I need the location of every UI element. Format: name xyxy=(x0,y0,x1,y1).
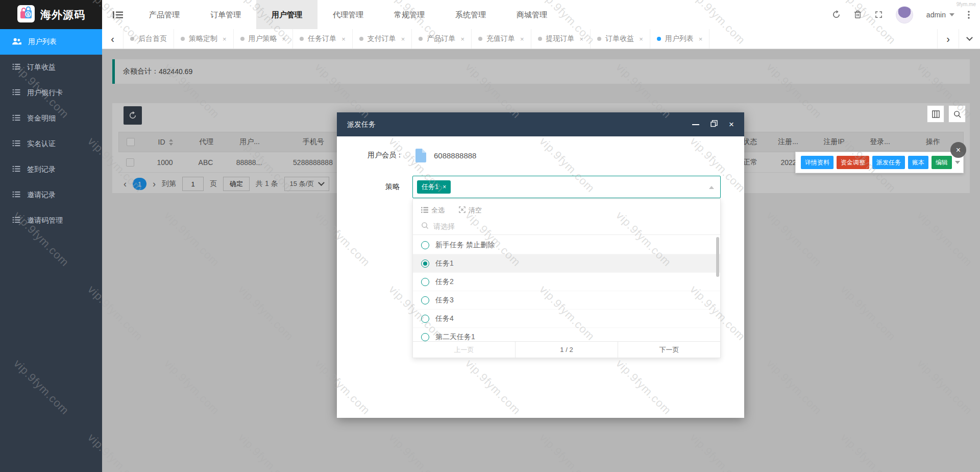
tab-close-icon[interactable]: × xyxy=(282,35,286,43)
user-menu[interactable]: admin xyxy=(926,11,954,19)
select-all-action[interactable]: 全选 xyxy=(421,206,445,215)
brand-logo[interactable]: $ 海外源码 xyxy=(0,0,102,29)
dropdown-prev-page[interactable]: 上一页 xyxy=(413,342,516,358)
clear-label: 清空 xyxy=(469,206,482,215)
search-icon[interactable] xyxy=(948,105,966,123)
option-label: 任务2 xyxy=(435,277,454,287)
option-newbie-task[interactable]: 新手任务 禁止删除 xyxy=(413,236,720,254)
sidebar-item-label: 签到记录 xyxy=(27,165,56,174)
option-task4[interactable]: 任务4 xyxy=(413,310,720,328)
sidebar-item-real-name-auth[interactable]: 实名认证 xyxy=(0,131,102,157)
tab-close-icon[interactable]: × xyxy=(580,35,584,43)
fullscreen-icon[interactable] xyxy=(875,11,883,18)
tab-user-strategy[interactable]: 用户策略 × xyxy=(234,29,293,49)
tab-label: 支付订单 xyxy=(368,34,396,43)
list-icon xyxy=(12,191,20,199)
dropdown-scrollbar[interactable] xyxy=(716,237,719,277)
tab-label: 订单收益 xyxy=(605,34,634,43)
sidebar-item-fund-details[interactable]: 资金明细 xyxy=(0,106,102,131)
menu-system[interactable]: 系统管理 xyxy=(440,0,501,29)
menu-mall[interactable]: 商城管理 xyxy=(501,0,562,29)
tab-close-icon[interactable]: × xyxy=(401,35,405,43)
dropdown-search-input[interactable] xyxy=(433,222,681,230)
tab-home[interactable]: 后台首页 xyxy=(124,29,174,49)
tab-dot-icon xyxy=(181,37,185,41)
strategy-label: 策略 xyxy=(385,182,400,192)
tab-label: 充值订单 xyxy=(486,34,515,43)
sidebar-collapse-icon[interactable] xyxy=(102,0,134,29)
list-icon xyxy=(12,89,20,97)
option-task3[interactable]: 任务3 xyxy=(413,291,720,310)
dispatch-task-button[interactable]: 派发任务 xyxy=(872,156,905,169)
radio-icon xyxy=(421,241,429,249)
menu-product[interactable]: 产品管理 xyxy=(134,0,195,29)
dropdown-next-page[interactable]: 下一页 xyxy=(618,342,720,358)
tab-close-icon[interactable]: × xyxy=(699,35,703,43)
radio-checked-icon xyxy=(421,259,429,268)
tab-close-icon[interactable]: × xyxy=(520,35,524,43)
option-task2[interactable]: 任务2 xyxy=(413,273,720,291)
close-actions-button[interactable]: × xyxy=(950,142,966,158)
tabs-scroll-left[interactable]: ‹ xyxy=(102,29,124,49)
sidebar-item-invite-records[interactable]: 邀请记录 xyxy=(0,182,102,208)
minimize-icon[interactable] xyxy=(692,124,699,125)
tab-close-icon[interactable]: × xyxy=(341,35,346,43)
tabs-menu-toggle[interactable] xyxy=(959,29,980,49)
tab-order-income[interactable]: 订单收益 × xyxy=(591,29,650,49)
dropdown-search-row xyxy=(413,218,720,235)
tab-withdraw-orders[interactable]: 提现订单 × xyxy=(531,29,591,49)
tab-recharge-orders[interactable]: 充值订单 × xyxy=(472,29,531,49)
tab-strategy-custom[interactable]: 策略定制 × xyxy=(174,29,234,49)
menu-user[interactable]: 用户管理 xyxy=(256,0,317,29)
tab-dot-icon xyxy=(657,37,661,41)
remove-tag-icon[interactable]: × xyxy=(443,183,446,191)
tab-label: 用户列表 xyxy=(665,34,694,43)
sidebar-item-order-income[interactable]: 订单收益 xyxy=(0,55,102,80)
tab-product-orders[interactable]: 产品订单 × xyxy=(412,29,472,49)
option-task1[interactable]: 任务1 xyxy=(413,254,720,273)
edit-button[interactable]: 编辑 xyxy=(932,156,952,169)
menu-general[interactable]: 常规管理 xyxy=(379,0,440,29)
refresh-icon[interactable] xyxy=(832,10,841,19)
corner-watermark: 9fym.me xyxy=(957,2,976,7)
more-options-icon[interactable] xyxy=(968,11,970,19)
user-avatar[interactable] xyxy=(896,6,913,23)
fund-adjust-button[interactable]: 资金调整 xyxy=(837,156,869,169)
option-day2-task1[interactable]: 第二天任务1 xyxy=(413,328,720,342)
selected-tag[interactable]: 任务1 × xyxy=(417,180,451,194)
maximize-icon[interactable] xyxy=(710,120,718,129)
menu-agent[interactable]: 代理管理 xyxy=(317,0,379,29)
columns-filter-icon[interactable] xyxy=(927,105,944,123)
tab-pay-orders[interactable]: 支付订单 × xyxy=(353,29,412,49)
tab-close-icon[interactable]: × xyxy=(223,35,227,43)
tab-close-icon[interactable]: × xyxy=(460,35,464,43)
list-icon xyxy=(12,63,20,72)
tab-task-orders[interactable]: 任务订单 × xyxy=(293,29,353,49)
close-icon[interactable]: × xyxy=(729,120,734,129)
strategy-multiselect[interactable]: 任务1 × xyxy=(412,176,721,198)
tab-label: 策略定制 xyxy=(189,34,217,43)
strategy-dropdown: 全选 清空 新手任务 禁止删除 xyxy=(412,199,721,358)
tab-close-icon[interactable]: × xyxy=(639,35,643,43)
detail-info-button[interactable]: 详情资料 xyxy=(801,156,834,169)
app-screen: $ 海外源码 产品管理 订单管理 用户管理 代理管理 常规管理 系统管理 商城管… xyxy=(0,0,980,472)
sidebar-item-checkin-records[interactable]: 签到记录 xyxy=(0,157,102,182)
sidebar-item-user-bank-card[interactable]: 用户银行卡 xyxy=(0,80,102,106)
chevron-up-icon xyxy=(709,186,714,189)
collapse-actions-icon[interactable] xyxy=(955,161,960,164)
modal-body: 用户会员： 6088888888 策略 任务1 × 全选 xyxy=(337,136,744,418)
tabs-scroll-right[interactable]: › xyxy=(937,29,959,49)
clear-action[interactable]: 清空 xyxy=(459,206,482,215)
search-icon xyxy=(421,222,429,231)
trash-icon[interactable] xyxy=(854,10,862,19)
tab-user-list[interactable]: 用户列表 × xyxy=(650,29,710,49)
top-navbar: $ 海外源码 产品管理 订单管理 用户管理 代理管理 常规管理 系统管理 商城管… xyxy=(0,0,980,29)
sidebar-item-user-list[interactable]: 用户列表 xyxy=(0,29,102,55)
ledger-button[interactable]: 账本 xyxy=(908,156,928,169)
dropdown-options: 新手任务 禁止删除 任务1 任务2 任务3 xyxy=(413,236,720,342)
option-label: 任务1 xyxy=(435,259,454,268)
sidebar-item-label: 邀请码管理 xyxy=(27,216,63,225)
menu-order[interactable]: 订单管理 xyxy=(195,0,256,29)
tab-dot-icon xyxy=(240,37,244,41)
sidebar-item-invite-code-mgmt[interactable]: 邀请码管理 xyxy=(0,208,102,233)
